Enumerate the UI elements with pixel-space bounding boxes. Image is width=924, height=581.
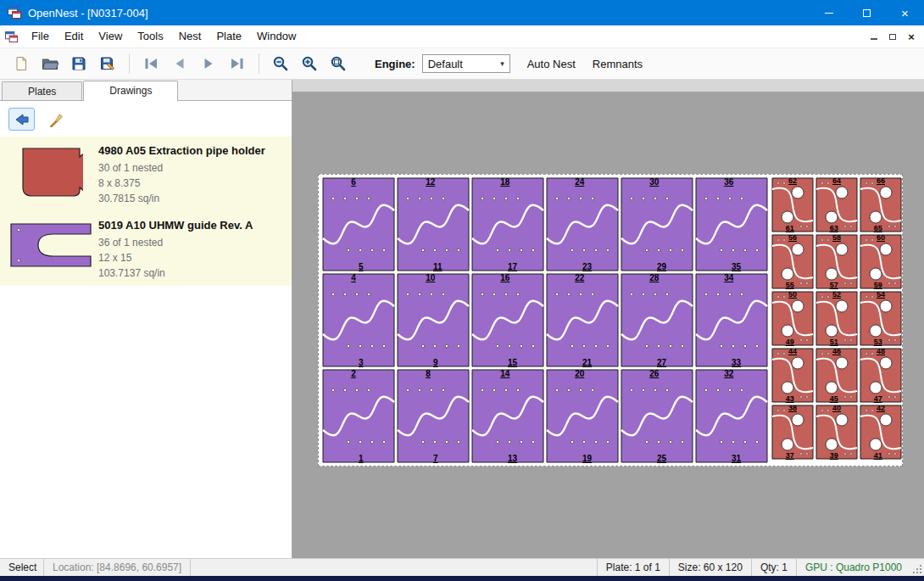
part-number: 55 bbox=[786, 281, 794, 289]
nested-part-pair[interactable]: 87 bbox=[396, 368, 470, 464]
part-number: 17 bbox=[508, 262, 517, 271]
part-info: 4980 A05 Extraction pipe holder 30 of 1 … bbox=[98, 143, 287, 206]
document-icon[interactable] bbox=[5, 31, 18, 42]
nested-part-pair[interactable]: 2423 bbox=[545, 176, 620, 272]
minimize-button[interactable] bbox=[810, 0, 848, 25]
nested-part-pair[interactable]: 5251 bbox=[815, 290, 859, 347]
go-first-button[interactable] bbox=[136, 51, 165, 76]
zoom-out-icon bbox=[272, 55, 289, 72]
zoom-in-button[interactable] bbox=[295, 51, 324, 76]
clean-button[interactable] bbox=[42, 108, 68, 131]
maximize-button[interactable] bbox=[848, 0, 886, 25]
engine-select[interactable]: Default ▾ bbox=[422, 54, 510, 73]
nested-part-pair[interactable]: 5453 bbox=[859, 290, 903, 347]
mdi-close-button[interactable]: × bbox=[902, 29, 921, 44]
plate[interactable]: 65 1211 1817 2423 3029 bbox=[318, 174, 903, 466]
nested-part-pair[interactable]: 3837 bbox=[771, 404, 815, 461]
part-number: 29 bbox=[657, 262, 666, 271]
title-bar: OpenNest - [N0317-004] × bbox=[0, 0, 924, 25]
part-number: 60 bbox=[877, 233, 885, 242]
nested-part-pair[interactable]: 1817 bbox=[470, 176, 545, 272]
tab-plates[interactable]: Plates bbox=[2, 81, 82, 100]
nested-part-pair[interactable]: 4645 bbox=[815, 347, 859, 404]
part-number: 23 bbox=[582, 262, 592, 271]
menu-plate[interactable]: Plate bbox=[209, 25, 249, 47]
save-as-button[interactable] bbox=[93, 51, 122, 76]
menu-window[interactable]: Window bbox=[249, 25, 303, 47]
remnants-button[interactable]: Remnants bbox=[593, 58, 643, 70]
part-number: 31 bbox=[732, 454, 741, 463]
zoom-fit-button[interactable] bbox=[324, 51, 353, 76]
new-file-button[interactable] bbox=[7, 51, 36, 76]
part-number: 38 bbox=[788, 404, 797, 412]
nested-part-pair[interactable]: 4039 bbox=[815, 404, 859, 461]
save-as-icon bbox=[100, 56, 116, 71]
nested-part-pair[interactable]: 2827 bbox=[620, 272, 694, 368]
nested-part-pair[interactable]: 1615 bbox=[470, 272, 545, 368]
zoom-out-button[interactable] bbox=[266, 51, 295, 76]
zoom-fit-icon bbox=[330, 55, 347, 72]
menu-nest[interactable]: Nest bbox=[171, 25, 209, 47]
mdi-window-controls: × bbox=[865, 29, 921, 44]
nested-part-pair[interactable]: 3231 bbox=[694, 368, 769, 464]
menu-file[interactable]: File bbox=[24, 25, 57, 47]
nested-part-pair[interactable]: 5857 bbox=[815, 233, 859, 290]
close-button[interactable]: × bbox=[886, 0, 924, 25]
menu-tools[interactable]: Tools bbox=[130, 25, 170, 47]
nested-part-pair[interactable]: 3635 bbox=[694, 176, 769, 272]
nested-part-pair[interactable]: 65 bbox=[321, 176, 396, 272]
part-number: 3 bbox=[359, 358, 364, 367]
part-number: 35 bbox=[732, 262, 741, 271]
resize-grip[interactable] bbox=[910, 559, 924, 576]
status-gpu: GPU : Quadro P1000 bbox=[796, 559, 910, 576]
part-size: 12 x 15 bbox=[98, 250, 287, 265]
go-previous-button[interactable] bbox=[165, 51, 194, 76]
main-toolbar: Engine: Default ▾ Auto Nest Remnants bbox=[0, 48, 924, 80]
nested-part-pair[interactable]: 1211 bbox=[396, 176, 470, 272]
nested-part-pair[interactable]: 1413 bbox=[470, 368, 545, 464]
save-button[interactable] bbox=[64, 51, 93, 76]
nested-part-pair[interactable]: 3433 bbox=[694, 272, 769, 368]
auto-nest-button[interactable]: Auto Nest bbox=[527, 58, 576, 70]
nested-part-pair[interactable]: 21 bbox=[321, 368, 396, 464]
nested-part-pair[interactable]: 4443 bbox=[771, 347, 815, 404]
zoom-in-icon bbox=[301, 55, 318, 72]
nested-part-pair[interactable]: 5049 bbox=[771, 290, 815, 347]
nested-part-pair[interactable]: 3029 bbox=[620, 176, 694, 272]
go-next-button[interactable] bbox=[194, 51, 223, 76]
purple-parts-grid: 65 1211 1817 2423 3029 bbox=[321, 176, 769, 464]
mdi-minimize-button[interactable] bbox=[865, 29, 883, 44]
nested-part-pair[interactable]: 2221 bbox=[545, 272, 620, 368]
nested-part-pair[interactable]: 4241 bbox=[859, 404, 903, 461]
part-number: 40 bbox=[832, 404, 841, 412]
nested-part-pair[interactable]: 6665 bbox=[859, 176, 903, 233]
part-number: 50 bbox=[788, 290, 797, 299]
drawing-item-uhmw-guide[interactable]: 5019 A10 UHMW guide Rev. A 36 of 1 neste… bbox=[0, 211, 292, 286]
nested-part-pair[interactable]: 6463 bbox=[815, 176, 859, 233]
nested-part-pair[interactable]: 4847 bbox=[859, 347, 903, 404]
nested-part-pair[interactable]: 6261 bbox=[771, 176, 815, 233]
part-area: 30.7815 sq/in bbox=[98, 191, 287, 206]
go-last-button[interactable] bbox=[223, 51, 252, 76]
part-number: 65 bbox=[874, 224, 882, 232]
tab-drawings[interactable]: Drawings bbox=[83, 81, 178, 101]
flip-arrow-icon bbox=[14, 113, 30, 126]
part-number: 43 bbox=[786, 394, 794, 403]
flip-button[interactable] bbox=[8, 108, 35, 131]
nested-part-pair[interactable]: 5655 bbox=[771, 233, 815, 290]
part-number: 13 bbox=[508, 454, 517, 463]
menu-edit[interactable]: Edit bbox=[57, 25, 91, 47]
nested-part-pair[interactable]: 2625 bbox=[620, 368, 694, 464]
part-number: 52 bbox=[832, 290, 841, 299]
drawing-item-extraction-pipe-holder[interactable]: 4980 A05 Extraction pipe holder 30 of 1 … bbox=[0, 137, 292, 211]
nest-canvas[interactable]: 65 1211 1817 2423 3029 bbox=[292, 80, 924, 558]
nested-part-pair[interactable]: 109 bbox=[396, 272, 470, 368]
menu-view[interactable]: View bbox=[91, 25, 130, 47]
nested-part-pair[interactable]: 43 bbox=[321, 272, 396, 368]
canvas-background[interactable]: 65 1211 1817 2423 3029 bbox=[292, 92, 924, 558]
part-number: 57 bbox=[830, 281, 838, 289]
nested-part-pair[interactable]: 2019 bbox=[545, 368, 620, 464]
open-file-button[interactable] bbox=[36, 51, 64, 76]
mdi-restore-button[interactable] bbox=[883, 29, 902, 44]
nested-part-pair[interactable]: 6059 bbox=[859, 233, 903, 290]
